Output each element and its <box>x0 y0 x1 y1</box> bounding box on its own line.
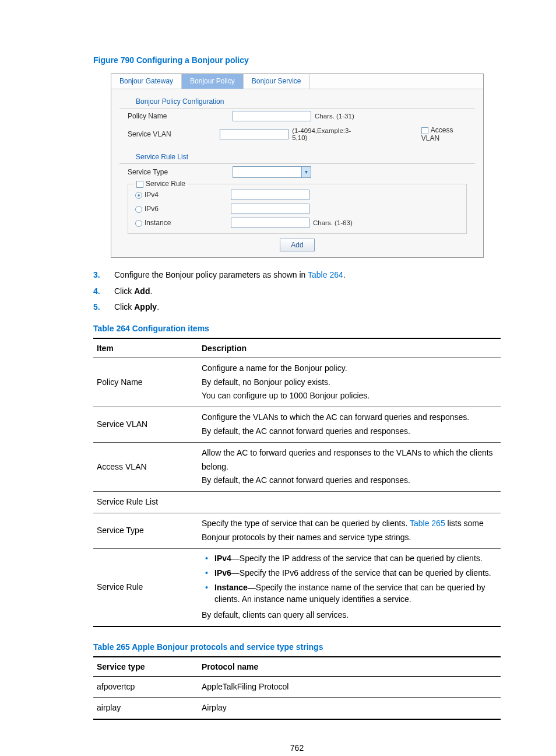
text: By default, the AC cannot forward querie… <box>202 474 497 488</box>
text: . <box>150 286 152 296</box>
table-row: Access VLAN Allow the AC to forward quer… <box>93 442 501 491</box>
input-ipv6[interactable] <box>231 204 309 214</box>
row-policy-name: Policy Name Chars. (1-31) <box>111 108 483 124</box>
link-table-265[interactable]: Table 265 <box>410 519 445 528</box>
step-list: 3. Configure the Bonjour policy paramete… <box>93 270 501 313</box>
tab-bonjour-service[interactable]: Bonjour Service <box>244 74 310 89</box>
checkbox-access-vlan-wrap[interactable]: Access VLAN <box>421 126 467 142</box>
table-header-row: Service type Protocol name <box>93 657 501 677</box>
col-protocol-name: Protocol name <box>198 657 501 677</box>
cell-item: Service VLAN <box>93 407 198 443</box>
bold-instance: Instance <box>214 583 248 592</box>
legend-label: Service Rule <box>146 180 185 188</box>
table-row: Service Type Specify the type of service… <box>93 513 501 548</box>
label-policy-name: Policy Name <box>128 112 233 120</box>
cell: airplay <box>93 698 198 719</box>
hint-service-vlan: (1-4094,Example:3-5,10) <box>292 127 357 141</box>
step-text: Click Add. <box>114 286 152 298</box>
text: . <box>343 270 346 279</box>
col-description: Description <box>198 338 501 358</box>
text: . <box>157 302 159 312</box>
text: Specify the type of service that can be … <box>202 519 410 528</box>
step-5: 5. Click Apply. <box>93 302 501 313</box>
text: Allow the AC to forward queries and resp… <box>202 446 497 474</box>
row-service-vlan: Service VLAN (1-4094,Example:3-5,10) Acc… <box>111 124 483 145</box>
text: —Specify the IPv6 address of the service… <box>231 568 491 578</box>
table-row: Policy Name Configure a name for the Bon… <box>93 358 501 407</box>
step-number: 4. <box>93 286 114 298</box>
cell-desc: Allow the AC to forward queries and resp… <box>198 442 501 491</box>
tab-bonjour-policy[interactable]: Bonjour Policy <box>182 74 244 89</box>
text: Configure a name for the Bonjour policy. <box>202 362 497 376</box>
hint-instance: Chars. (1-63) <box>313 219 353 226</box>
link-table-264[interactable]: Table 264 <box>308 270 343 279</box>
step-text: Click Apply. <box>114 302 159 313</box>
step-number: 3. <box>93 270 114 281</box>
text: You can configure up to 1000 Bonjour pol… <box>202 389 497 403</box>
label-ipv4: IPv4 <box>145 191 159 199</box>
table-265-title: Table 265 Apple Bonjour protocols and se… <box>93 642 501 652</box>
row-ipv4: IPv4 <box>128 188 466 202</box>
bold-apply: Apply <box>134 302 157 312</box>
row-service-type: Service Type ▾ <box>111 164 483 180</box>
cell-item: Policy Name <box>93 358 198 407</box>
radio-ipv4[interactable]: IPv4 <box>135 191 231 199</box>
list-item: IPv4—Specify the IP address of the servi… <box>202 552 497 564</box>
radio-icon <box>135 220 142 227</box>
hint-policy-name: Chars. (1-31) <box>315 113 354 120</box>
cell-item: Access VLAN <box>93 442 198 491</box>
row-ipv6: IPv6 <box>128 202 466 216</box>
cell-desc: Configure a name for the Bonjour policy.… <box>198 358 501 407</box>
cell-item: Service Rule <box>93 548 198 626</box>
section-policy-config: Bonjour Policy Configuration <box>119 89 475 108</box>
table-265: Service type Protocol name afpovertcp Ap… <box>93 656 501 720</box>
table-row: airplay Airplay <box>93 698 501 719</box>
chevron-down-icon: ▾ <box>301 167 311 177</box>
label-ipv6: IPv6 <box>145 205 159 213</box>
add-button[interactable]: Add <box>280 239 315 251</box>
text: Configure the VLANs to which the AC can … <box>202 411 497 425</box>
step-4: 4. Click Add. <box>93 286 501 298</box>
input-ipv4[interactable] <box>231 190 309 200</box>
input-service-vlan[interactable] <box>220 129 289 139</box>
bonjour-policy-panel: Bonjour Gateway Bonjour Policy Bonjour S… <box>111 74 484 258</box>
section-service-rule-list: Service Rule List <box>119 145 475 164</box>
radio-icon <box>135 192 142 199</box>
table-264-title: Table 264 Configuration items <box>93 324 501 333</box>
list-item: IPv6—Specify the IPv6 address of the ser… <box>202 567 497 579</box>
text: By default, no Bonjour policy exists. <box>202 376 497 390</box>
table-row: Service Rule List <box>93 492 501 513</box>
bullet-list: IPv4—Specify the IP address of the servi… <box>202 552 497 606</box>
step-number: 5. <box>93 302 114 313</box>
page-number: 762 <box>93 743 501 752</box>
input-policy-name[interactable] <box>233 111 311 121</box>
cell-desc: Specify the type of service that can be … <box>198 513 501 548</box>
tab-bar: Bonjour Gateway Bonjour Policy Bonjour S… <box>111 74 483 89</box>
col-item: Item <box>93 338 198 358</box>
radio-icon <box>135 206 142 213</box>
text: —Specify the instance name of the servic… <box>214 583 485 604</box>
select-service-type[interactable]: ▾ <box>233 166 311 178</box>
text: Click <box>114 302 134 312</box>
radio-instance[interactable]: Instance <box>135 219 231 227</box>
figure-title: Figure 790 Configuring a Bonjour policy <box>93 55 501 65</box>
input-instance[interactable] <box>231 218 309 228</box>
cell-desc: Configure the VLANs to which the AC can … <box>198 407 501 443</box>
legend-service-rule[interactable]: Service Rule <box>134 180 188 188</box>
checkbox-icon <box>136 181 143 188</box>
text: By default, the AC cannot forward querie… <box>202 425 497 439</box>
text: —Specify the IP address of the service t… <box>231 554 483 563</box>
radio-ipv6[interactable]: IPv6 <box>135 205 231 213</box>
tab-bonjour-gateway[interactable]: Bonjour Gateway <box>111 74 182 89</box>
cell: afpovertcp <box>93 676 198 698</box>
table-header-row: Item Description <box>93 338 501 358</box>
cell-item: Service Type <box>93 513 198 548</box>
table-row: Service Rule IPv4—Specify the IP address… <box>93 548 501 626</box>
cell-desc <box>198 492 501 513</box>
list-item: Instance—Specify the instance name of th… <box>202 582 497 606</box>
step-text: Configure the Bonjour policy parameters … <box>114 270 346 281</box>
bold-ipv4: IPv4 <box>214 554 231 563</box>
cell-item: Service Rule List <box>93 492 198 513</box>
label-service-type: Service Type <box>128 168 233 176</box>
bold-add: Add <box>134 286 150 296</box>
